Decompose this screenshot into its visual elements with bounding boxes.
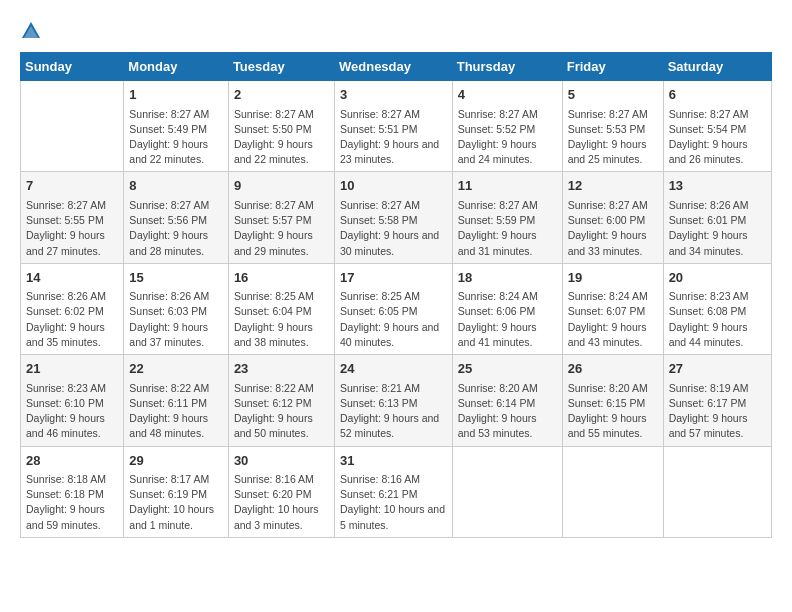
week-row-1: 1Sunrise: 8:27 AMSunset: 5:49 PMDaylight… — [21, 81, 772, 172]
cell-content: Sunrise: 8:26 AMSunset: 6:03 PMDaylight:… — [129, 289, 223, 350]
cell-content: Sunrise: 8:22 AMSunset: 6:11 PMDaylight:… — [129, 381, 223, 442]
week-row-3: 14Sunrise: 8:26 AMSunset: 6:02 PMDayligh… — [21, 263, 772, 354]
calendar-cell: 21Sunrise: 8:23 AMSunset: 6:10 PMDayligh… — [21, 355, 124, 446]
calendar-cell: 7Sunrise: 8:27 AMSunset: 5:55 PMDaylight… — [21, 172, 124, 263]
calendar-table: SundayMondayTuesdayWednesdayThursdayFrid… — [20, 52, 772, 538]
cell-content: Sunrise: 8:27 AMSunset: 5:50 PMDaylight:… — [234, 107, 329, 168]
calendar-cell: 20Sunrise: 8:23 AMSunset: 6:08 PMDayligh… — [663, 263, 771, 354]
calendar-cell — [452, 446, 562, 537]
calendar-cell: 8Sunrise: 8:27 AMSunset: 5:56 PMDaylight… — [124, 172, 229, 263]
cell-content: Sunrise: 8:25 AMSunset: 6:05 PMDaylight:… — [340, 289, 447, 350]
calendar-cell: 18Sunrise: 8:24 AMSunset: 6:06 PMDayligh… — [452, 263, 562, 354]
weekday-header-wednesday: Wednesday — [334, 53, 452, 81]
calendar-cell: 28Sunrise: 8:18 AMSunset: 6:18 PMDayligh… — [21, 446, 124, 537]
day-number: 28 — [26, 451, 118, 471]
cell-content: Sunrise: 8:16 AMSunset: 6:21 PMDaylight:… — [340, 472, 447, 533]
day-number: 18 — [458, 268, 557, 288]
day-number: 30 — [234, 451, 329, 471]
calendar-cell: 12Sunrise: 8:27 AMSunset: 6:00 PMDayligh… — [562, 172, 663, 263]
calendar-cell: 9Sunrise: 8:27 AMSunset: 5:57 PMDaylight… — [228, 172, 334, 263]
weekday-header-tuesday: Tuesday — [228, 53, 334, 81]
day-number: 16 — [234, 268, 329, 288]
day-number: 1 — [129, 85, 223, 105]
cell-content: Sunrise: 8:27 AMSunset: 5:51 PMDaylight:… — [340, 107, 447, 168]
cell-content: Sunrise: 8:27 AMSunset: 5:55 PMDaylight:… — [26, 198, 118, 259]
weekday-header-row: SundayMondayTuesdayWednesdayThursdayFrid… — [21, 53, 772, 81]
day-number: 23 — [234, 359, 329, 379]
cell-content: Sunrise: 8:27 AMSunset: 5:53 PMDaylight:… — [568, 107, 658, 168]
calendar-cell: 25Sunrise: 8:20 AMSunset: 6:14 PMDayligh… — [452, 355, 562, 446]
calendar-cell: 22Sunrise: 8:22 AMSunset: 6:11 PMDayligh… — [124, 355, 229, 446]
day-number: 6 — [669, 85, 766, 105]
cell-content: Sunrise: 8:20 AMSunset: 6:14 PMDaylight:… — [458, 381, 557, 442]
cell-content: Sunrise: 8:21 AMSunset: 6:13 PMDaylight:… — [340, 381, 447, 442]
cell-content: Sunrise: 8:24 AMSunset: 6:06 PMDaylight:… — [458, 289, 557, 350]
day-number: 8 — [129, 176, 223, 196]
cell-content: Sunrise: 8:27 AMSunset: 5:59 PMDaylight:… — [458, 198, 557, 259]
calendar-cell: 24Sunrise: 8:21 AMSunset: 6:13 PMDayligh… — [334, 355, 452, 446]
day-number: 13 — [669, 176, 766, 196]
calendar-cell: 23Sunrise: 8:22 AMSunset: 6:12 PMDayligh… — [228, 355, 334, 446]
calendar-cell: 27Sunrise: 8:19 AMSunset: 6:17 PMDayligh… — [663, 355, 771, 446]
calendar-cell: 10Sunrise: 8:27 AMSunset: 5:58 PMDayligh… — [334, 172, 452, 263]
cell-content: Sunrise: 8:27 AMSunset: 5:54 PMDaylight:… — [669, 107, 766, 168]
cell-content: Sunrise: 8:26 AMSunset: 6:02 PMDaylight:… — [26, 289, 118, 350]
calendar-cell: 13Sunrise: 8:26 AMSunset: 6:01 PMDayligh… — [663, 172, 771, 263]
calendar-cell: 4Sunrise: 8:27 AMSunset: 5:52 PMDaylight… — [452, 81, 562, 172]
calendar-cell: 2Sunrise: 8:27 AMSunset: 5:50 PMDaylight… — [228, 81, 334, 172]
calendar-cell: 11Sunrise: 8:27 AMSunset: 5:59 PMDayligh… — [452, 172, 562, 263]
calendar-cell: 16Sunrise: 8:25 AMSunset: 6:04 PMDayligh… — [228, 263, 334, 354]
day-number: 7 — [26, 176, 118, 196]
calendar-cell: 30Sunrise: 8:16 AMSunset: 6:20 PMDayligh… — [228, 446, 334, 537]
day-number: 24 — [340, 359, 447, 379]
cell-content: Sunrise: 8:27 AMSunset: 5:56 PMDaylight:… — [129, 198, 223, 259]
cell-content: Sunrise: 8:23 AMSunset: 6:08 PMDaylight:… — [669, 289, 766, 350]
calendar-cell: 31Sunrise: 8:16 AMSunset: 6:21 PMDayligh… — [334, 446, 452, 537]
day-number: 14 — [26, 268, 118, 288]
weekday-header-saturday: Saturday — [663, 53, 771, 81]
day-number: 3 — [340, 85, 447, 105]
cell-content: Sunrise: 8:18 AMSunset: 6:18 PMDaylight:… — [26, 472, 118, 533]
cell-content: Sunrise: 8:20 AMSunset: 6:15 PMDaylight:… — [568, 381, 658, 442]
cell-content: Sunrise: 8:26 AMSunset: 6:01 PMDaylight:… — [669, 198, 766, 259]
cell-content: Sunrise: 8:17 AMSunset: 6:19 PMDaylight:… — [129, 472, 223, 533]
day-number: 5 — [568, 85, 658, 105]
day-number: 17 — [340, 268, 447, 288]
calendar-cell: 5Sunrise: 8:27 AMSunset: 5:53 PMDaylight… — [562, 81, 663, 172]
calendar-cell: 14Sunrise: 8:26 AMSunset: 6:02 PMDayligh… — [21, 263, 124, 354]
day-number: 25 — [458, 359, 557, 379]
cell-content: Sunrise: 8:27 AMSunset: 5:52 PMDaylight:… — [458, 107, 557, 168]
calendar-cell: 1Sunrise: 8:27 AMSunset: 5:49 PMDaylight… — [124, 81, 229, 172]
calendar-cell — [562, 446, 663, 537]
weekday-header-monday: Monday — [124, 53, 229, 81]
calendar-cell: 17Sunrise: 8:25 AMSunset: 6:05 PMDayligh… — [334, 263, 452, 354]
cell-content: Sunrise: 8:25 AMSunset: 6:04 PMDaylight:… — [234, 289, 329, 350]
day-number: 11 — [458, 176, 557, 196]
calendar-cell — [663, 446, 771, 537]
logo-icon — [20, 20, 42, 42]
cell-content: Sunrise: 8:24 AMSunset: 6:07 PMDaylight:… — [568, 289, 658, 350]
day-number: 26 — [568, 359, 658, 379]
day-number: 10 — [340, 176, 447, 196]
day-number: 12 — [568, 176, 658, 196]
cell-content: Sunrise: 8:22 AMSunset: 6:12 PMDaylight:… — [234, 381, 329, 442]
day-number: 19 — [568, 268, 658, 288]
week-row-2: 7Sunrise: 8:27 AMSunset: 5:55 PMDaylight… — [21, 172, 772, 263]
week-row-5: 28Sunrise: 8:18 AMSunset: 6:18 PMDayligh… — [21, 446, 772, 537]
day-number: 31 — [340, 451, 447, 471]
cell-content: Sunrise: 8:27 AMSunset: 5:49 PMDaylight:… — [129, 107, 223, 168]
calendar-cell: 3Sunrise: 8:27 AMSunset: 5:51 PMDaylight… — [334, 81, 452, 172]
weekday-header-sunday: Sunday — [21, 53, 124, 81]
day-number: 21 — [26, 359, 118, 379]
cell-content: Sunrise: 8:27 AMSunset: 5:57 PMDaylight:… — [234, 198, 329, 259]
cell-content: Sunrise: 8:23 AMSunset: 6:10 PMDaylight:… — [26, 381, 118, 442]
cell-content: Sunrise: 8:19 AMSunset: 6:17 PMDaylight:… — [669, 381, 766, 442]
week-row-4: 21Sunrise: 8:23 AMSunset: 6:10 PMDayligh… — [21, 355, 772, 446]
day-number: 4 — [458, 85, 557, 105]
day-number: 2 — [234, 85, 329, 105]
day-number: 29 — [129, 451, 223, 471]
day-number: 15 — [129, 268, 223, 288]
day-number: 22 — [129, 359, 223, 379]
calendar-cell: 19Sunrise: 8:24 AMSunset: 6:07 PMDayligh… — [562, 263, 663, 354]
cell-content: Sunrise: 8:27 AMSunset: 6:00 PMDaylight:… — [568, 198, 658, 259]
